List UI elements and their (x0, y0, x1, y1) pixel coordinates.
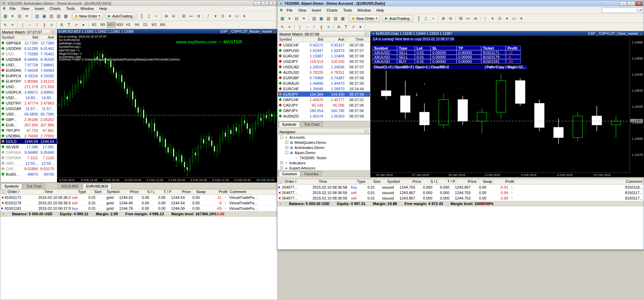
market-watch-row[interactable]: GBP...2.051862.05262 (1, 117, 57, 122)
chart-tab-gold-m15[interactable]: GOLD,M15 (58, 183, 82, 189)
close-order-icon[interactable]: × (509, 196, 515, 200)
market-watch-close-button[interactable]: × (51, 30, 55, 34)
column-header-size[interactable]: Size (91, 189, 103, 194)
navigator-icon[interactable]: ▧ (325, 15, 332, 22)
shapes-dropdown-icon[interactable]: ▾ (357, 24, 364, 30)
collapse-icon[interactable]: - (285, 151, 288, 154)
column-header-ask[interactable]: Ask (325, 37, 346, 42)
periods-icon[interactable]: ⊙ (219, 13, 226, 19)
menu-insert[interactable]: Insert (32, 6, 47, 11)
market-watch-row[interactable]: CHF...8.528908.53170 (1, 166, 57, 172)
bar-chart-icon[interactable]: ║ (415, 15, 422, 22)
timeframe-mn[interactable]: MN (158, 22, 167, 28)
market-watch-row[interactable]: USDZAR11.57...11.57... (1, 106, 57, 111)
zoom-in-icon[interactable]: ⊕ (440, 15, 447, 22)
menu-tools[interactable]: Tools (64, 6, 77, 11)
tile-windows-icon[interactable]: ⊞ (457, 15, 464, 22)
auto-scroll-icon[interactable]: ↦ (464, 15, 472, 22)
expand-icon[interactable]: + (285, 141, 288, 144)
column-header-profit[interactable]: Profit (207, 189, 229, 194)
navigator-icon[interactable]: ▧ (48, 13, 55, 19)
order-row[interactable]: 815011792015.02.10 06:36:57sell0.01gold1… (0, 200, 277, 206)
menu-tools[interactable]: Tools (341, 8, 354, 13)
profiles-dropdown-icon[interactable]: ▾ (23, 13, 30, 19)
chart-tab-eurusd-m15[interactable]: EURUSD,M15 (83, 183, 111, 189)
search-icon[interactable] (636, 9, 639, 11)
autotrading-button[interactable]: ▶AutoTrading (383, 15, 412, 22)
chart-shift-icon[interactable]: ⇉ (472, 15, 479, 22)
market-watch-row[interactable]: CHFDKK7.11117.1142 (1, 155, 57, 161)
template-dropdown-icon[interactable]: ▾ (518, 15, 525, 22)
line-chart-icon[interactable]: ≈ (153, 13, 160, 19)
timeframe-h1[interactable]: H1 (124, 22, 133, 28)
menu-file[interactable]: File (7, 6, 18, 11)
expand-icon[interactable]: + (280, 161, 283, 164)
horizontal-line-icon[interactable]: − (303, 24, 311, 30)
menu-view[interactable]: View (19, 6, 32, 11)
close-order-icon[interactable]: × (223, 201, 228, 205)
trendline-icon[interactable]: / (34, 22, 41, 28)
vertical-line-icon[interactable]: | (296, 24, 303, 30)
ea-smiley-icon[interactable]: ☺ (639, 32, 643, 36)
market-watch-row[interactable]: EURAUD1.448961.4497308:37:06 (278, 81, 370, 86)
profiles-icon[interactable]: ▤ (293, 15, 300, 22)
cursor-icon[interactable]: ↖ (2, 22, 9, 28)
crosshair-icon[interactable]: + (9, 22, 16, 28)
chart-collapse-icon[interactable]: ▼ (372, 32, 374, 35)
fibonacci-icon[interactable]: ≡ (325, 24, 332, 30)
timeframe-m5[interactable]: M5 (98, 22, 107, 28)
column-header-sl[interactable]: S / L (422, 179, 439, 184)
tile-windows-icon[interactable]: ⊞ (180, 13, 187, 19)
time-axis[interactable]: 5 Feb 20155 Feb 12:455 Feb 20:456 Feb 04… (57, 177, 278, 182)
column-header-ask[interactable]: Ask (39, 35, 55, 40)
new-chart-icon[interactable]: ▦ (2, 13, 9, 19)
crosshair-icon[interactable]: + (286, 24, 293, 30)
market-watch-row[interactable]: Bra50...4967549705 (1, 172, 57, 177)
order-row[interactable]: 264977...2015.02.10 08:36:58buy0.01xauus… (277, 185, 644, 190)
market-watch-row[interactable]: USD...65.680565.7390 (1, 111, 57, 117)
left-titlebar[interactable]: ▦ 1051035: Activtrades-Demo - Demo Accou… (0, 0, 277, 6)
auto-scroll-icon[interactable]: ↦ (187, 13, 195, 19)
navigator-item-alpari-demo[interactable]: -▦Alpari-Demo (278, 150, 370, 155)
indicators-icon[interactable]: ƒ (205, 13, 212, 19)
order-row[interactable]: 264977...2015.02.10 08:36:59sell0.01xauu… (277, 195, 644, 201)
column-header-comment[interactable]: Comment (515, 179, 644, 184)
text-label-icon[interactable]: T (65, 22, 73, 28)
column-header-order[interactable]: Order / (6, 189, 43, 194)
new-chart-dropdown-icon[interactable]: ▾ (9, 13, 16, 19)
market-watch-row[interactable]: TRYJPY47.73347.881 (1, 128, 57, 133)
ea-smiley-icon[interactable]: ☺ (273, 30, 277, 33)
timeframe-w1[interactable]: W1 (150, 22, 158, 28)
market-watch-row[interactable]: USD...14.80...14.80... (1, 95, 57, 100)
market-watch-icon[interactable]: ▥ (311, 15, 318, 22)
column-header-price[interactable]: Price (457, 179, 478, 184)
column-header-time[interactable]: Time (43, 189, 77, 194)
market-watch-row[interactable]: GBPUSD1.524471.5247308:37:07 (278, 48, 370, 53)
column-header-tp[interactable]: T / P (156, 189, 173, 194)
bar-chart-icon[interactable]: ║ (138, 13, 145, 19)
tab-tick-chart[interactable]: Tick Chart (23, 183, 45, 189)
column-header-swap[interactable]: Swap (192, 189, 207, 194)
timeframe-m15[interactable]: M15 (107, 22, 116, 28)
market-watch-row[interactable]: GBPSEK12.729012.7389 (1, 40, 57, 46)
tab-tick-chart[interactable]: Tick Chart (301, 122, 323, 127)
navigator-item-activtrades-demo[interactable]: +▦Activtrades-Demo (278, 145, 370, 150)
order-row[interactable]: 815011812015.02.10 06:37:00buy0.01gold12… (0, 206, 277, 211)
tab-common[interactable]: Common (279, 171, 300, 177)
search-dropdown-icon[interactable]: ▾ (640, 9, 641, 12)
minimize-button[interactable]: – (253, 1, 261, 5)
market-watch-row[interactable]: CHFSEK9.044809.05640 (1, 150, 57, 155)
market-watch-row[interactable]: EURCHF1.289401.2897016:24:44 (278, 86, 370, 92)
market-watch-row[interactable]: USDPLN3.686713.68891 (1, 90, 57, 95)
tab-symbols[interactable]: Symbols (279, 122, 300, 127)
timeframe-m30[interactable]: M30 (116, 22, 124, 28)
text-icon[interactable]: A (58, 22, 65, 28)
tab-symbols[interactable]: Symbols (1, 183, 22, 189)
column-header-bid[interactable]: Bid (303, 37, 325, 42)
line-chart-icon[interactable]: ≈ (430, 15, 437, 22)
market-watch-row[interactable]: EURPLN4.181164.18282 (1, 73, 57, 79)
column-header-tp[interactable]: T / P (439, 179, 457, 184)
market-watch-row[interactable]: USDBRL2.760002.77000 (1, 133, 57, 139)
market-watch-row[interactable]: USD...7.577287.58841 (1, 62, 57, 68)
market-watch-row[interactable]: CADJPY95.14395.20608:37:06 (278, 103, 370, 108)
